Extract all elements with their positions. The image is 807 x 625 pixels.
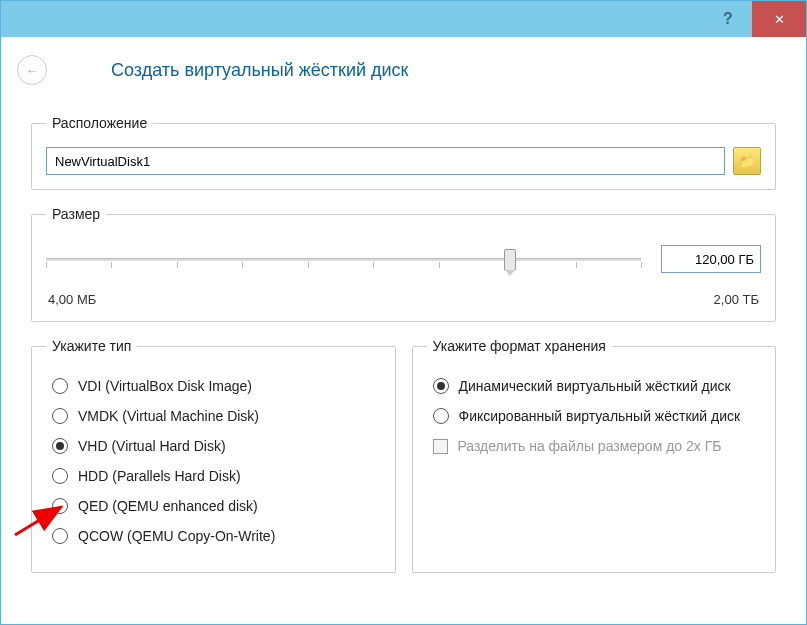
type-option-qcow[interactable]: QCOW (QEMU Copy-On-Write) [52,528,381,544]
radio-icon [433,408,449,424]
radio-icon [52,378,68,394]
page-title: Создать виртуальный жёсткий диск [111,60,408,81]
size-fieldset: Размер 4,00 МБ 2,00 ТБ [31,206,776,322]
folder-icon: 📁 [739,154,755,169]
size-legend: Размер [46,206,106,222]
type-fieldset: Укажите тип VDI (VirtualBox Disk Image) … [31,338,396,573]
location-legend: Расположение [46,115,153,131]
back-arrow-icon: ← [26,63,39,78]
type-option-label: HDD (Parallels Hard Disk) [78,468,241,484]
titlebar: ? ✕ [1,1,806,37]
storage-fieldset: Укажите формат хранения Динамический вир… [412,338,777,573]
type-option-label: VMDK (Virtual Machine Disk) [78,408,259,424]
storage-option-dynamic[interactable]: Динамический виртуальный жёсткий диск [433,378,762,394]
back-button[interactable]: ← [17,55,47,85]
type-legend: Укажите тип [46,338,137,354]
content: Расположение 📁 Размер [1,103,806,589]
radio-icon [52,498,68,514]
radio-icon [52,438,68,454]
slider-thumb[interactable] [504,249,516,271]
storage-split-checkbox: Разделить на файлы размером до 2х ГБ [433,438,762,454]
close-button[interactable]: ✕ [752,1,806,37]
size-max-label: 2,00 ТБ [714,292,759,307]
storage-option-label: Динамический виртуальный жёсткий диск [459,378,731,394]
radio-icon [433,378,449,394]
location-fieldset: Расположение 📁 [31,115,776,190]
radio-icon [52,408,68,424]
type-option-label: VHD (Virtual Hard Disk) [78,438,226,454]
type-option-vdi[interactable]: VDI (VirtualBox Disk Image) [52,378,381,394]
type-option-label: QED (QEMU enhanced disk) [78,498,258,514]
location-input[interactable] [46,147,725,175]
slider-track-line [46,258,641,261]
size-slider[interactable] [46,244,641,274]
storage-legend: Укажите формат хранения [427,338,612,354]
storage-split-label: Разделить на файлы размером до 2х ГБ [458,438,722,454]
type-option-vhd[interactable]: VHD (Virtual Hard Disk) [52,438,381,454]
type-option-hdd[interactable]: HDD (Parallels Hard Disk) [52,468,381,484]
size-input[interactable] [661,245,761,273]
radio-icon [52,528,68,544]
type-option-label: QCOW (QEMU Copy-On-Write) [78,528,275,544]
type-option-qed[interactable]: QED (QEMU enhanced disk) [52,498,381,514]
storage-option-fixed[interactable]: Фиксированный виртуальный жёсткий диск [433,408,762,424]
close-icon: ✕ [774,12,785,27]
browse-button[interactable]: 📁 [733,147,761,175]
checkbox-icon [433,439,448,454]
type-option-label: VDI (VirtualBox Disk Image) [78,378,252,394]
storage-option-label: Фиксированный виртуальный жёсткий диск [459,408,741,424]
header: ← Создать виртуальный жёсткий диск [1,37,806,103]
radio-icon [52,468,68,484]
type-option-vmdk[interactable]: VMDK (Virtual Machine Disk) [52,408,381,424]
slider-ticks [46,262,641,270]
dialog-window: ? ✕ ← Создать виртуальный жёсткий диск Р… [0,0,807,625]
help-button[interactable]: ? [704,1,752,37]
size-min-label: 4,00 МБ [48,292,96,307]
